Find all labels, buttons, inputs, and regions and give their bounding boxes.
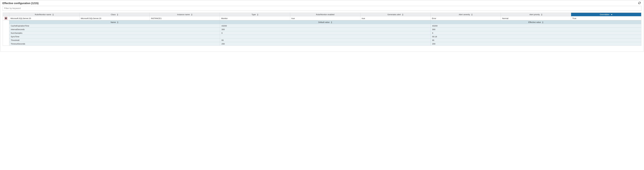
- col-expand-header: [3, 13, 9, 16]
- detail-table-row[interactable]: CacheExpirationTime 43200 43200: [9, 24, 641, 28]
- detail-header-row: Name Default value: [9, 20, 641, 24]
- row-expander[interactable]: [5, 17, 7, 19]
- filter-input[interactable]: [3, 6, 641, 11]
- detail-cell-default: 300: [220, 28, 430, 31]
- detail-col-default-value[interactable]: Default value: [220, 20, 430, 24]
- col-label: Generates alert: [388, 13, 401, 15]
- detail-cell-name: NumSamples: [9, 31, 220, 35]
- sort-icon: [52, 14, 54, 15]
- col-rule-monitor-enabled[interactable]: Rule/Monitor enabled: [290, 13, 360, 16]
- detail-table-row[interactable]: SyncTime 00:18: [9, 35, 641, 38]
- cell-rule-monitor-enabled: true: [290, 16, 360, 20]
- panel-title: Effective configuration (1215): [2, 2, 38, 5]
- detail-cell-default: 6: [220, 31, 430, 35]
- detail-cell-name: SyncTime: [9, 35, 220, 38]
- cell-alert-priority: Normal: [501, 16, 571, 20]
- sort-icon: [542, 21, 544, 23]
- col-rule-monitor-name[interactable]: Rule/Monitor name: [9, 13, 79, 16]
- detail-cell-name: TimeoutSeconds: [9, 42, 220, 46]
- col-label: Name: [111, 21, 116, 23]
- detail-table-row[interactable]: IntervalSeconds 300 300: [9, 28, 641, 31]
- sort-icon: [541, 14, 542, 15]
- col-label: Rule/Monitor enabled: [316, 13, 334, 15]
- sort-icon: [257, 14, 258, 15]
- detail-table-row[interactable]: Threshold 95 95: [9, 38, 641, 42]
- detail-cell-effective: 300: [430, 28, 641, 31]
- sort-desc-icon: [611, 14, 612, 15]
- expand-cell[interactable]: [3, 16, 9, 20]
- panel-header: Effective configuration (1215): [1, 1, 643, 6]
- col-label: Alert priority: [530, 13, 540, 15]
- col-label: Default value: [318, 21, 330, 23]
- detail-cell-default: [220, 35, 430, 38]
- col-generates-alert[interactable]: Generates alert: [360, 13, 430, 16]
- col-alert-severity[interactable]: Alert severity: [430, 13, 501, 16]
- effective-configuration-panel: Effective configuration (1215): [0, 0, 644, 52]
- refresh-button[interactable]: [638, 1, 642, 5]
- detail-cell-name: CacheExpirationTime: [9, 24, 220, 28]
- col-type[interactable]: Type: [220, 13, 290, 16]
- sort-icon: [117, 21, 118, 23]
- col-label: Effective value: [528, 21, 541, 23]
- cell-class: Microsoft.SQLServer.20: [79, 16, 150, 20]
- detail-col-effective-value[interactable]: Effective value: [430, 20, 641, 24]
- chevron-down-circle-icon: [5, 17, 7, 19]
- detail-cell-effective: 95: [430, 38, 641, 42]
- detail-table: Name Default value: [9, 20, 641, 45]
- panel-body: Rule/Monitor name Class Instance name: [1, 6, 643, 52]
- scroll-area[interactable]: Rule/Monitor name Class Instance name: [3, 6, 641, 50]
- sort-icon: [191, 14, 192, 15]
- col-overridden[interactable]: Overridden: [571, 13, 641, 16]
- detail-cell-default: 43200: [220, 24, 430, 28]
- detail-container: Name Default value: [9, 20, 641, 46]
- col-label: Alert severity: [459, 13, 470, 15]
- refresh-icon: [638, 2, 641, 5]
- detail-cell-default: 200: [220, 42, 430, 46]
- col-class[interactable]: Class: [79, 13, 150, 16]
- detail-cell-effective: 00:18: [430, 35, 641, 38]
- table-header-row: Rule/Monitor name Class Instance name: [3, 13, 641, 16]
- col-label: Type: [252, 13, 256, 15]
- col-alert-priority[interactable]: Alert priority: [501, 13, 571, 16]
- detail-row: Name Default value: [3, 20, 641, 46]
- sort-icon: [331, 21, 332, 23]
- col-label: Overridden: [600, 13, 609, 15]
- detail-cell-effective: 200: [430, 42, 641, 46]
- detail-cell-effective: 43200: [430, 24, 641, 28]
- cell-instance-name: INSTANCE1: [150, 16, 220, 20]
- detail-spacer: [3, 20, 9, 46]
- detail-cell-effective: 6: [430, 31, 641, 35]
- main-table: Rule/Monitor name Class Instance name: [3, 12, 641, 46]
- col-label: Rule/Monitor name: [35, 13, 51, 15]
- cell-rule-monitor-name: Microsoft.SQLServer.20: [9, 16, 79, 20]
- cell-overridden: True: [571, 16, 641, 20]
- detail-cell-default: 95: [220, 38, 430, 42]
- detail-cell-name: IntervalSeconds: [9, 28, 220, 31]
- cell-alert-severity: Error: [430, 16, 501, 20]
- detail-table-row[interactable]: NumSamples 6 6: [9, 31, 641, 35]
- detail-table-row[interactable]: TimeoutSeconds 200 200: [9, 42, 641, 46]
- detail-cell-name: Threshold: [9, 38, 220, 42]
- col-instance-name[interactable]: Instance name: [150, 13, 220, 16]
- col-label: Instance name: [177, 13, 190, 15]
- cell-generates-alert: true: [360, 16, 430, 20]
- col-label: Class: [111, 13, 116, 15]
- sort-icon: [471, 14, 472, 15]
- sort-icon: [402, 14, 404, 15]
- detail-col-name[interactable]: Name: [9, 20, 220, 24]
- sort-icon: [117, 14, 118, 15]
- table-row[interactable]: Microsoft.SQLServer.20 Microsoft.SQLServ…: [3, 16, 641, 20]
- cell-type: Monitor: [220, 16, 290, 20]
